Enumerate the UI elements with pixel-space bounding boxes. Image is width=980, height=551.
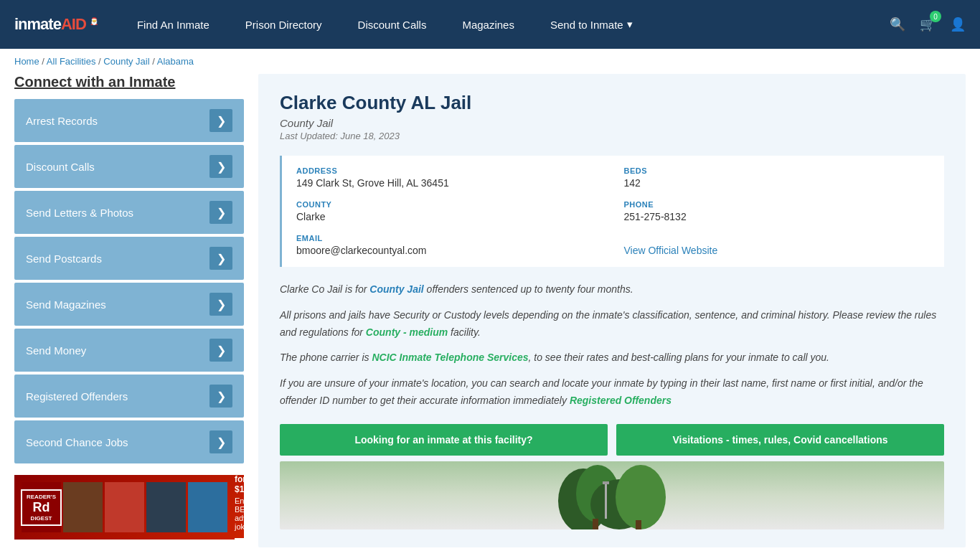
facility-content: Clarke County AL Jail County Jail Last U…	[258, 74, 966, 547]
nav-magazines[interactable]: Magazines	[444, 0, 532, 49]
ad-banner[interactable]: READER'S Rd DIGEST 1 Year Subscription f…	[14, 475, 244, 540]
dropdown-arrow-icon: ▾	[627, 18, 633, 31]
facility-info-section: ADDRESS 149 Clark St, Grove Hill, AL 364…	[280, 156, 944, 267]
address-label: ADDRESS	[296, 166, 603, 175]
info-grid: ADDRESS 149 Clark St, Grove Hill, AL 364…	[296, 166, 930, 256]
main-nav: Find An Inmate Prison Directory Discount…	[119, 0, 890, 49]
arrow-icon-registered-offenders: ❯	[209, 385, 232, 408]
sidebar-item-send-magazines[interactable]: Send Magazines ❯	[14, 283, 244, 326]
sidebar-item-send-letters[interactable]: Send Letters & Photos ❯	[14, 191, 244, 234]
main-container: Connect with an Inmate Arrest Records ❯ …	[0, 74, 980, 547]
phone-label: PHONE	[624, 200, 930, 209]
breadcrumb-all-facilities[interactable]: All Facilities	[47, 56, 96, 67]
facility-type: County Jail	[280, 117, 944, 129]
logo-text: inmateAID 🎅	[14, 15, 98, 34]
address-value: 149 Clark St, Grove Hill, AL 36451	[296, 177, 603, 189]
sidebar-item-discount-calls[interactable]: Discount Calls ❯	[14, 145, 244, 188]
county-block: COUNTY Clarke	[296, 200, 603, 222]
sidebar-item-send-money[interactable]: Send Money ❯	[14, 329, 244, 372]
phone-value: 251-275-8132	[624, 211, 930, 222]
beds-value: 142	[624, 177, 930, 189]
tree-illustration	[540, 461, 684, 529]
sidebar-label-second-chance-jobs: Second Chance Jobs	[26, 436, 128, 448]
website-block: WEBSITE View Official Website	[624, 234, 930, 256]
beds-block: BEDS 142	[624, 166, 930, 189]
sidebar-menu: Arrest Records ❯ Discount Calls ❯ Send L…	[14, 99, 244, 463]
sidebar-label-registered-offenders: Registered Offenders	[26, 390, 128, 402]
ad-images: READER'S Rd DIGEST	[22, 482, 227, 532]
facility-image	[280, 461, 944, 529]
ad-content: 1 Year Subscription for only $19.98 Enjo…	[235, 475, 244, 540]
ad-subtitle: Enjoy the BEST stories, advice & jokes!	[235, 496, 244, 531]
visitations-button[interactable]: Visitations - times, rules, Covid cancel…	[616, 424, 944, 456]
ad-subscribe-button[interactable]: Subscribe Now	[235, 538, 244, 540]
cart-button[interactable]: 🛒 0	[920, 17, 936, 32]
find-inmate-button[interactable]: Looking for an inmate at this facility?	[280, 424, 608, 456]
beds-label: BEDS	[624, 166, 930, 175]
ad-tagline: 1 Year Subscription for only $19.98	[235, 475, 244, 494]
ad-image-2	[63, 482, 103, 532]
sidebar-item-second-chance-jobs[interactable]: Second Chance Jobs ❯	[14, 420, 244, 463]
ncic-link[interactable]: NCIC Inmate Telephone Services	[372, 352, 528, 363]
sidebar-item-registered-offenders[interactable]: Registered Offenders ❯	[14, 375, 244, 418]
nav-prison-directory[interactable]: Prison Directory	[227, 0, 340, 49]
sidebar-label-send-letters: Send Letters & Photos	[26, 207, 133, 219]
svg-point-4	[616, 465, 666, 529]
official-website-link[interactable]: View Official Website	[624, 245, 718, 256]
ad-image-4	[146, 482, 186, 532]
svg-rect-5	[593, 519, 598, 529]
breadcrumb-alabama[interactable]: Alabama	[157, 56, 194, 67]
svg-rect-7	[605, 483, 607, 519]
search-button[interactable]: 🔍	[890, 17, 905, 32]
breadcrumb-county-jail[interactable]: County Jail	[103, 56, 149, 67]
registered-offenders-link[interactable]: Registered Offenders	[570, 395, 672, 406]
svg-rect-8	[603, 481, 609, 484]
arrow-icon-second-chance-jobs: ❯	[209, 430, 232, 453]
arrow-icon-arrest-records: ❯	[209, 109, 232, 132]
sidebar: Connect with an Inmate Arrest Records ❯ …	[14, 74, 244, 547]
logo[interactable]: inmateAID 🎅	[14, 15, 98, 34]
sidebar-label-discount-calls: Discount Calls	[26, 161, 95, 173]
nav-send-to-inmate[interactable]: Send to Inmate ▾	[532, 0, 651, 49]
ad-image-1: READER'S Rd DIGEST	[22, 482, 61, 532]
svg-rect-6	[636, 520, 641, 529]
last-updated: Last Updated: June 18, 2023	[280, 131, 944, 141]
arrow-icon-send-postcards: ❯	[209, 247, 232, 270]
desc-para-2: All prisons and jails have Security or C…	[280, 307, 944, 342]
sidebar-label-send-magazines: Send Magazines	[26, 298, 106, 311]
sidebar-label-send-postcards: Send Postcards	[26, 253, 102, 265]
arrow-icon-send-letters: ❯	[209, 201, 232, 224]
nav-find-inmate[interactable]: Find An Inmate	[119, 0, 227, 49]
arrow-icon-send-money: ❯	[209, 339, 232, 362]
desc-para-3: The phone carrier is NCIC Inmate Telepho…	[280, 349, 944, 367]
sidebar-item-send-postcards[interactable]: Send Postcards ❯	[14, 237, 244, 280]
facility-name: Clarke County AL Jail	[280, 92, 944, 114]
arrow-icon-discount-calls: ❯	[209, 155, 232, 178]
sidebar-item-arrest-records[interactable]: Arrest Records ❯	[14, 99, 244, 142]
desc-para-4: If you are unsure of your inmate's locat…	[280, 375, 944, 410]
email-block: EMAIL bmoore@clarkecountyal.com	[296, 234, 603, 256]
county-label: COUNTY	[296, 200, 603, 209]
breadcrumb: Home / All Facilities / County Jail / Al…	[0, 49, 980, 74]
main-header: inmateAID 🎅 Find An Inmate Prison Direct…	[0, 0, 980, 49]
county-value: Clarke	[296, 211, 603, 222]
arrow-icon-send-magazines: ❯	[209, 293, 232, 316]
user-account-button[interactable]: 👤	[950, 17, 966, 32]
ad-image-5	[188, 482, 227, 532]
sidebar-title: Connect with an Inmate	[14, 74, 244, 90]
county-medium-link[interactable]: County - medium	[366, 326, 448, 338]
email-value: bmoore@clarkecountyal.com	[296, 245, 603, 256]
header-icons: 🔍 🛒 0 👤	[890, 17, 966, 32]
action-buttons: Looking for an inmate at this facility? …	[280, 424, 944, 456]
facility-description: Clarke Co Jail is for County Jail offend…	[280, 281, 944, 410]
address-block: ADDRESS 149 Clark St, Grove Hill, AL 364…	[296, 166, 603, 189]
cart-badge: 0	[930, 11, 941, 22]
email-label: EMAIL	[296, 234, 603, 242]
county-jail-link-1[interactable]: County Jail	[369, 283, 423, 295]
desc-para-1: Clarke Co Jail is for County Jail offend…	[280, 281, 944, 298]
nav-discount-calls[interactable]: Discount Calls	[340, 0, 445, 49]
breadcrumb-home[interactable]: Home	[14, 56, 39, 67]
phone-block: PHONE 251-275-8132	[624, 200, 930, 222]
sidebar-label-arrest-records: Arrest Records	[26, 115, 98, 127]
ad-image-3	[105, 482, 144, 532]
